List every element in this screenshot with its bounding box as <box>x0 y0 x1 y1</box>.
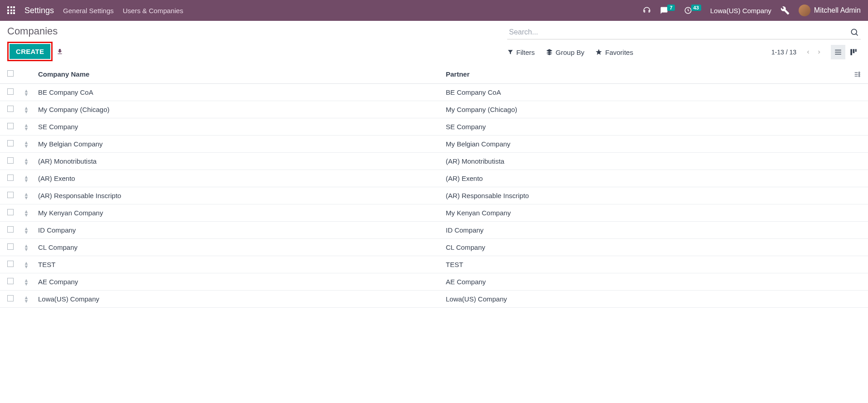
cell-company-name: AE Company <box>34 273 442 291</box>
funnel-icon <box>507 49 514 55</box>
drag-handle-icon[interactable]: ▲▼ <box>22 261 31 268</box>
select-all-checkbox[interactable] <box>7 70 14 77</box>
cell-partner: BE Company CoA <box>442 84 850 101</box>
drag-handle-icon[interactable]: ▲▼ <box>22 89 31 96</box>
row-checkbox[interactable] <box>7 106 14 112</box>
search-icon[interactable] <box>848 26 861 39</box>
list-icon <box>834 48 842 56</box>
cell-company-name: My Company (Chicago) <box>34 101 442 118</box>
row-checkbox[interactable] <box>7 261 14 267</box>
table-row[interactable]: ▲▼ CL Company CL Company <box>0 239 868 256</box>
cell-partner: My Company (Chicago) <box>442 101 850 118</box>
cell-company-name: (AR) Exento <box>34 170 442 187</box>
drag-handle-icon[interactable]: ▲▼ <box>22 278 31 286</box>
row-checkbox[interactable] <box>7 209 14 215</box>
row-checkbox[interactable] <box>7 243 14 250</box>
svg-rect-5 <box>850 49 852 55</box>
table-row[interactable]: ▲▼ ID Company ID Company <box>0 222 868 239</box>
drag-handle-icon[interactable]: ▲▼ <box>22 209 31 217</box>
svg-rect-2 <box>835 50 841 51</box>
nav-users-companies[interactable]: Users & Companies <box>123 7 183 15</box>
table-row[interactable]: ▲▼ BE Company CoA BE Company CoA <box>0 84 868 101</box>
row-checkbox[interactable] <box>7 123 14 129</box>
cell-partner: Lowa(US) Company <box>442 291 850 308</box>
pager-next[interactable] <box>815 48 824 57</box>
filters-button[interactable]: Filters <box>507 49 535 56</box>
svg-point-9 <box>858 73 860 75</box>
svg-point-1 <box>851 29 857 34</box>
messages-button[interactable]: 7 <box>660 6 674 15</box>
user-menu[interactable]: Mitchell Admin <box>799 5 861 16</box>
export-button[interactable] <box>56 48 63 55</box>
row-checkbox[interactable] <box>7 295 14 301</box>
pager-text[interactable]: 1-13 / 13 <box>771 49 796 56</box>
row-checkbox[interactable] <box>7 157 14 164</box>
drag-handle-icon[interactable]: ▲▼ <box>22 106 31 113</box>
cell-company-name: (AR) Responsable Inscripto <box>34 187 442 204</box>
cell-company-name: TEST <box>34 256 442 273</box>
cell-partner: CL Company <box>442 239 850 256</box>
search-input[interactable] <box>507 25 848 39</box>
favorites-button[interactable]: Favorites <box>595 49 633 56</box>
debug-icon[interactable] <box>781 6 790 15</box>
cell-company-name: (AR) Monotributista <box>34 153 442 170</box>
drag-handle-icon[interactable]: ▲▼ <box>22 158 31 165</box>
list-view: Company Name Partner ▲▼ BE Company CoA B… <box>0 65 868 308</box>
create-button[interactable]: CREATE <box>10 44 50 59</box>
apps-icon[interactable] <box>7 6 15 15</box>
cell-partner: My Belgian Company <box>442 136 850 153</box>
activities-badge: 43 <box>691 5 701 11</box>
user-name: Mitchell Admin <box>814 6 861 15</box>
drag-handle-icon[interactable]: ▲▼ <box>22 244 31 251</box>
drag-handle-icon[interactable]: ▲▼ <box>22 296 31 303</box>
table-row[interactable]: ▲▼ SE Company SE Company <box>0 118 868 136</box>
row-checkbox[interactable] <box>7 175 14 181</box>
cell-company-name: ID Company <box>34 222 442 239</box>
row-checkbox[interactable] <box>7 140 14 146</box>
drag-handle-icon[interactable]: ▲▼ <box>22 227 31 234</box>
cell-company-name: SE Company <box>34 118 442 136</box>
cell-partner: TEST <box>442 256 850 273</box>
breadcrumb: Companies <box>7 25 63 37</box>
drag-handle-icon[interactable]: ▲▼ <box>22 192 31 199</box>
cell-company-name: CL Company <box>34 239 442 256</box>
table-row[interactable]: ▲▼ My Belgian Company My Belgian Company <box>0 136 868 153</box>
groupby-button[interactable]: Group By <box>546 49 584 56</box>
row-checkbox[interactable] <box>7 226 14 233</box>
activities-button[interactable]: 43 <box>684 6 701 15</box>
row-checkbox[interactable] <box>7 278 14 284</box>
cell-partner: ID Company <box>442 222 850 239</box>
navbar-left: Settings General Settings Users & Compan… <box>7 6 183 15</box>
voip-icon[interactable] <box>643 6 651 15</box>
optional-columns-button[interactable] <box>853 71 861 78</box>
drag-handle-icon[interactable]: ▲▼ <box>22 141 31 148</box>
cell-partner: My Kenyan Company <box>442 204 850 222</box>
svg-rect-6 <box>853 49 855 53</box>
table-row[interactable]: ▲▼ My Company (Chicago) My Company (Chic… <box>0 101 868 118</box>
table-row[interactable]: ▲▼ Lowa(US) Company Lowa(US) Company <box>0 291 868 308</box>
pager-prev[interactable] <box>804 48 813 57</box>
column-header-partner[interactable]: Partner <box>442 65 850 84</box>
svg-rect-3 <box>835 52 841 53</box>
view-list-button[interactable] <box>831 45 845 59</box>
search-bar <box>507 25 861 39</box>
table-row[interactable]: ▲▼ My Kenyan Company My Kenyan Company <box>0 204 868 222</box>
layers-icon <box>546 49 553 56</box>
cell-company-name: Lowa(US) Company <box>34 291 442 308</box>
table-row[interactable]: ▲▼ (AR) Responsable Inscripto (AR) Respo… <box>0 187 868 204</box>
drag-handle-icon[interactable]: ▲▼ <box>22 175 31 182</box>
cell-partner: AE Company <box>442 273 850 291</box>
app-title[interactable]: Settings <box>24 6 54 15</box>
view-kanban-button[interactable] <box>846 45 861 59</box>
table-row[interactable]: ▲▼ (AR) Exento (AR) Exento <box>0 170 868 187</box>
top-navbar: Settings General Settings Users & Compan… <box>0 0 868 21</box>
table-row[interactable]: ▲▼ TEST TEST <box>0 256 868 273</box>
row-checkbox[interactable] <box>7 88 14 95</box>
row-checkbox[interactable] <box>7 192 14 198</box>
table-row[interactable]: ▲▼ AE Company AE Company <box>0 273 868 291</box>
column-header-name[interactable]: Company Name <box>34 65 442 84</box>
drag-handle-icon[interactable]: ▲▼ <box>22 123 31 131</box>
company-switcher[interactable]: Lowa(US) Company <box>710 7 771 15</box>
nav-general-settings[interactable]: General Settings <box>63 7 114 15</box>
table-row[interactable]: ▲▼ (AR) Monotributista (AR) Monotributis… <box>0 153 868 170</box>
